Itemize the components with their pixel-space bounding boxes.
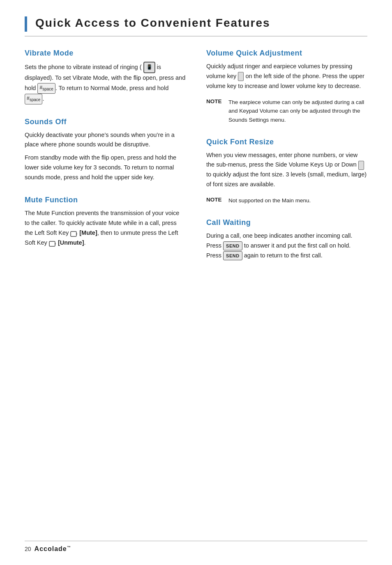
section-call-waiting: Call Waiting During a call, one beep ind… [206,218,367,261]
volume-note-text: The earpiece volume can only be adjusted… [228,98,367,125]
hash-key-1: #space [37,83,55,94]
send-button-icon-1: SEND [223,241,242,250]
footer-page-number: 20 [25,546,31,552]
section-quick-font-resize: Quick Font Resize When you view messages… [206,138,367,205]
volume-quick-adjustment-body: Quickly adjust ringer and earpiece volum… [206,62,367,91]
quick-font-resize-body: When you view messages, enter phone numb… [206,151,367,190]
font-resize-note: NOTE Not supported on the Main menu. [206,196,367,205]
sounds-off-body-p2: From standby mode with the flip open, pr… [25,153,186,183]
section-sounds-off: Sounds Off Quickly deactivate your phone… [25,118,186,183]
volume-note: NOTE The earpiece volume can only be adj… [206,98,367,125]
section-volume-quick-adjustment: Volume Quick Adjustment Quickly adjust r… [206,49,367,125]
send-button-icon-2: SEND [223,251,242,260]
left-column: Vibrate Mode Sets the phone to vibrate i… [25,49,186,274]
hash-key-2: #space [25,94,42,104]
call-waiting-body: During a call, one beep indicates anothe… [206,231,367,261]
mute-label: [Mute] [79,229,97,236]
svg-rect-0 [71,232,76,236]
brand-trademark: ™ [67,545,71,549]
mute-function-body: The Mute Function prevents the transmiss… [25,208,186,248]
sounds-off-body: Quickly deactivate your phone’s sounds w… [25,130,186,183]
right-column: Volume Quick Adjustment Quickly adjust r… [206,49,367,274]
quick-font-resize-title: Quick Font Resize [206,138,367,146]
mute-function-title: Mute Function [25,196,186,204]
brand-name: Accolade [35,545,67,552]
vibrate-icon: 📳 [143,62,155,73]
soft-key-mute-icon [70,230,78,236]
vibrate-mode-body: Sets the phone to vibrate instead of rin… [25,62,186,104]
side-volume-key-icon [358,161,364,170]
page-title: Quick Access to Convenient Features [35,16,270,32]
footer-brand: Accolade™ [35,545,71,553]
section-mute-function: Mute Function The Mute Function prevents… [25,196,186,248]
unmute-label: [Unmute] [58,239,84,246]
volume-note-label: NOTE [206,98,224,125]
svg-rect-2 [49,241,55,246]
content-columns: Vibrate Mode Sets the phone to vibrate i… [25,49,367,274]
call-waiting-title: Call Waiting [206,218,367,227]
soft-key-unmute-icon [49,240,56,246]
font-resize-note-text: Not supported on the Main menu. [228,196,311,205]
blue-accent-bar [25,16,27,32]
footer: 20 Accolade™ [25,541,367,553]
sounds-off-title: Sounds Off [25,118,186,126]
page: Quick Access to Convenient Features Vibr… [0,0,392,565]
vibrate-mode-title: Vibrate Mode [25,49,186,58]
page-title-bar: Quick Access to Convenient Features [25,16,367,37]
volume-key-icon [238,72,244,81]
volume-quick-adjustment-title: Volume Quick Adjustment [206,49,367,58]
section-vibrate-mode: Vibrate Mode Sets the phone to vibrate i… [25,49,186,104]
font-resize-note-label: NOTE [206,196,224,205]
sounds-off-body-p1: Quickly deactivate your phone’s sounds w… [25,130,186,150]
